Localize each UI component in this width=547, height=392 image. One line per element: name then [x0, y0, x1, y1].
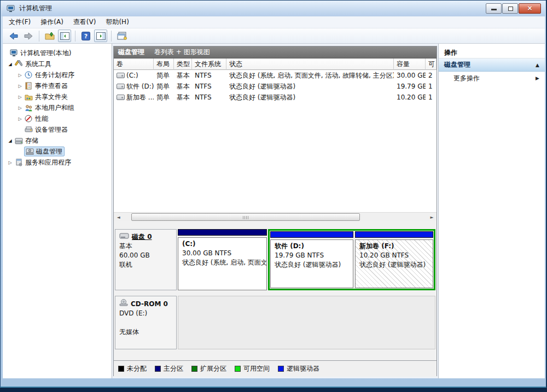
volume-list: 卷 布局 类型 文件系统 状态 容量 可 (C:) 简单 基本 NTFS 状态良… — [114, 58, 437, 212]
column-header-free[interactable]: 可 — [426, 58, 437, 70]
tree-item-label: 计算机管理(本地) — [20, 49, 71, 58]
more-actions-item[interactable]: 更多操作 ▶ — [439, 72, 545, 85]
menu-action[interactable]: 操作(A) — [36, 16, 68, 28]
expander-expanded-icon[interactable]: ◢ — [6, 62, 14, 67]
partition-status: 状态良好 (逻辑驱动器) — [275, 261, 341, 268]
tree-item-event-viewer[interactable]: ▷ 事件查看器 — [3, 80, 112, 91]
tree-item-system-tools[interactable]: ◢ 系统工具 — [3, 58, 112, 69]
forward-button[interactable] — [22, 30, 35, 42]
minimize-button[interactable] — [486, 3, 502, 14]
column-header-capacity[interactable]: 容量 — [394, 58, 426, 70]
scroll-left-icon[interactable]: ◄ — [114, 213, 123, 221]
legend-swatch-free — [235, 366, 241, 372]
menu-view[interactable]: 查看(V) — [68, 16, 101, 28]
legend-swatch-extended — [191, 366, 197, 372]
cdrom-0-header[interactable]: CD-ROM 0 DVD (E:) 无媒体 — [115, 296, 177, 349]
back-button[interactable] — [7, 30, 20, 42]
volume-icon — [117, 84, 125, 89]
legend-swatch-unallocated — [118, 366, 124, 372]
partition-c[interactable]: (C:) 30.00 GB NTFS 状态良好 (系统, 启动, 页面文 — [178, 229, 267, 290]
collapse-section-icon[interactable]: ▲ — [536, 62, 539, 68]
column-header-status[interactable]: 状态 — [226, 58, 394, 70]
cdrom-icon — [119, 299, 128, 309]
forward-icon — [24, 32, 33, 40]
volume-icon — [117, 95, 125, 100]
desktop: 计算机管理 × 文件(F) 操作(A) 查看(V) 帮助(H) ? — [0, 0, 547, 392]
expander-collapsed-icon[interactable]: ▷ — [16, 84, 24, 89]
tree-item-local-users-groups[interactable]: ▷ 本地用户和组 — [3, 102, 112, 113]
tree-item-label: 性能 — [35, 114, 48, 124]
tree-item-shared-folders[interactable]: ▷ 共享文件夹 — [3, 91, 112, 102]
scroll-right-icon[interactable]: ► — [427, 213, 437, 221]
help-button[interactable]: ? — [79, 30, 92, 42]
partition-f-selected[interactable]: 新加卷 (F:) 10.20 GB NTFS 状态良好 (逻辑驱动器) — [355, 231, 433, 288]
event-log-icon — [24, 82, 33, 90]
close-icon: × — [519, 4, 540, 12]
clock-icon — [24, 71, 33, 79]
pane-header: 磁盘管理 卷列表 + 图形视图 — [114, 46, 437, 58]
restore-button[interactable] — [502, 3, 518, 14]
users-icon — [24, 104, 33, 112]
table-row[interactable]: (C:) 简单 基本 NTFS 状态良好 (系统, 启动, 页面文件, 活动, … — [114, 70, 437, 81]
selected-tree-item[interactable]: 磁盘管理 — [24, 147, 65, 156]
export-list-button[interactable] — [43, 30, 56, 42]
table-row[interactable]: 新加卷 ... 简单 基本 NTFS 状态良好 (逻辑驱动器) 10.20 GB… — [114, 92, 437, 103]
console-tree-toggle-button[interactable] — [58, 30, 71, 42]
scrollbar-thumb[interactable] — [131, 213, 360, 221]
tree-item-label: 共享文件夹 — [35, 92, 68, 102]
expander-collapsed-icon[interactable]: ▷ — [16, 106, 24, 110]
disk-name: 磁盘 0 — [132, 232, 152, 242]
column-header-layout[interactable]: 布局 — [154, 58, 174, 70]
device-manager-icon — [24, 126, 33, 133]
performance-icon — [24, 115, 33, 122]
action-pane-toggle-button[interactable] — [94, 30, 107, 42]
disk-size: 60.00 GB — [119, 251, 172, 260]
cdrom-media-status: 无媒体 — [119, 327, 172, 337]
expander-collapsed-icon[interactable]: ▷ — [16, 73, 24, 78]
legend-bar: 未分配 主分区 扩展分区 可用空间 逻辑驱动器 — [114, 360, 437, 377]
expander-collapsed-icon[interactable]: ▷ — [16, 95, 24, 100]
expander-expanded-icon[interactable]: ◢ — [6, 138, 14, 143]
tree-item-storage[interactable]: ◢ 存储 — [3, 135, 112, 146]
tree-item-performance[interactable]: ▷ 性能 — [3, 113, 112, 124]
svg-text:?: ? — [84, 33, 88, 40]
graphical-view: 磁盘 0 基本 60.00 GB 联机 (C:) 30.00 GB NTFS — [114, 221, 437, 360]
tree-item-device-manager[interactable]: 设备管理器 — [3, 124, 112, 135]
legend-item: 逻辑驱动器 — [278, 364, 319, 373]
column-header-filesystem[interactable]: 文件系统 — [192, 58, 226, 70]
tree-item-disk-management[interactable]: 磁盘管理 — [3, 146, 112, 157]
tree-item-computer-management[interactable]: 计算机管理(本地) — [3, 48, 112, 58]
tree-item-label: 服务和应用程序 — [25, 158, 71, 167]
minimize-icon — [491, 9, 497, 10]
storage-icon — [14, 137, 23, 144]
expander-collapsed-icon[interactable]: ▷ — [16, 116, 24, 121]
computer-icon — [9, 49, 18, 57]
title-bar[interactable]: 计算机管理 × — [1, 1, 545, 16]
menu-file[interactable]: 文件(F) — [4, 16, 36, 28]
legend-item: 可用空间 — [235, 364, 270, 373]
app-icon — [7, 4, 15, 13]
workspace: 计算机管理(本地) ◢ 系统工具 ▷ 任务计划程序 ▷ 事件查看器 ▷ 共享文件… — [3, 44, 545, 378]
close-button[interactable]: × — [519, 3, 541, 14]
console-tree-icon — [60, 32, 69, 40]
expander-collapsed-icon[interactable]: ▷ — [6, 160, 14, 165]
column-header-volume[interactable]: 卷 — [114, 58, 154, 70]
cdrom-name: CD-ROM 0 — [131, 300, 168, 309]
tree-item-task-scheduler[interactable]: ▷ 任务计划程序 — [3, 69, 112, 80]
partition-label: 软件 (D:) — [275, 242, 349, 251]
cdrom-media-area[interactable] — [178, 296, 435, 349]
disk-icon — [119, 232, 129, 242]
toolbar: ? — [3, 28, 545, 44]
tree-item-services-applications[interactable]: ▷ 服务和应用程序 — [3, 157, 112, 168]
column-header-type[interactable]: 类型 — [174, 58, 192, 70]
table-row[interactable]: 软件 (D:) 简单 基本 NTFS 状态良好 (逻辑驱动器) 19.79 GB… — [114, 81, 437, 92]
partition-d[interactable]: 软件 (D:) 19.79 GB NTFS 状态良好 (逻辑驱动器) — [270, 231, 353, 288]
new-window-button[interactable] — [115, 30, 129, 42]
partition-label: 新加卷 (F:) — [359, 242, 429, 251]
actions-section-disk-management[interactable]: 磁盘管理 ▲ — [439, 58, 545, 72]
console-tree: 计算机管理(本地) ◢ 系统工具 ▷ 任务计划程序 ▷ 事件查看器 ▷ 共享文件… — [3, 44, 112, 378]
help-icon: ? — [82, 32, 90, 40]
menu-help[interactable]: 帮助(H) — [101, 16, 133, 28]
horizontal-scrollbar[interactable]: ◄ ► — [114, 212, 437, 221]
disk-0-header[interactable]: 磁盘 0 基本 60.00 GB 联机 — [115, 229, 177, 290]
